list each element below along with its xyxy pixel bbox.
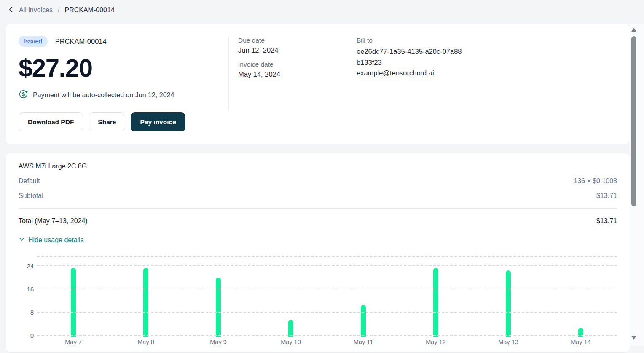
subtotal-value: $13.71	[596, 192, 617, 200]
bar-slot	[255, 256, 327, 336]
invoice-date-label: Invoice date	[238, 61, 357, 68]
subtotal-label: Subtotal	[19, 192, 43, 200]
x-tick-label: May 13	[472, 339, 545, 345]
bill-to-id: ee26dc77-1a35-4135-a20c-07a88b133f23	[357, 46, 462, 68]
breadcrumb: All invoices / PRCKAM-00014	[0, 0, 644, 20]
line-items-card: AWS M7i Large 2C 8G Default 136 × $0.100…	[6, 153, 630, 352]
subtotal-row: Subtotal $13.71	[19, 192, 617, 200]
due-date-label: Due date	[238, 37, 357, 44]
hide-usage-details-label: Hide usage details	[28, 236, 84, 244]
chevron-down-icon	[19, 236, 25, 244]
x-tick-label: May 12	[400, 339, 472, 345]
auto-collect-icon: $	[19, 89, 28, 101]
invoice-date-value: May 14, 2024	[238, 70, 357, 78]
chart-bars	[37, 256, 617, 336]
usage-bar-may-10	[288, 320, 293, 337]
x-tick-label: May 8	[110, 339, 182, 345]
breadcrumb-separator: /	[57, 6, 60, 14]
total-label: Total (May 7–13, 2024)	[19, 217, 88, 225]
x-tick-label: May 9	[182, 339, 255, 345]
gridline	[37, 265, 617, 266]
usage-bar-may-7	[71, 268, 76, 337]
download-pdf-button[interactable]: Download PDF	[19, 112, 83, 131]
bill-to-column: Bill to ee26dc77-1a35-4135-a20c-07a88b13…	[357, 37, 617, 131]
usage-bar-may-9	[216, 278, 221, 337]
auto-collect-note: Payment will be auto-collected on Jun 12…	[33, 91, 174, 99]
chart-x-axis: May 7May 8May 9May 10May 11May 12May 13M…	[37, 339, 617, 345]
bill-to-label: Bill to	[357, 37, 617, 44]
line-item-value: 136 × $0.1008	[574, 177, 617, 185]
x-tick-label: May 7	[37, 339, 110, 345]
usage-bar-may-12	[433, 268, 438, 337]
bar-slot	[472, 256, 545, 336]
usage-bar-may-11	[361, 305, 366, 337]
scrollbar-up-arrow[interactable]	[631, 28, 636, 32]
invoice-summary-left: Issued PRCKAM-00014 $27.20 $ Payment wil…	[19, 36, 228, 131]
chevron-left-icon	[8, 6, 15, 15]
chart-plot	[37, 256, 617, 336]
vertical-scrollbar[interactable]	[631, 25, 637, 342]
share-button[interactable]: Share	[89, 112, 125, 131]
x-tick-label: May 10	[255, 339, 327, 345]
bar-slot	[110, 256, 182, 336]
usage-bar-may-8	[143, 268, 148, 337]
due-date-value: Jun 12, 2024	[238, 46, 357, 54]
bar-slot	[182, 256, 255, 336]
line-item-label: Default	[19, 177, 40, 185]
total-divider	[19, 208, 617, 209]
chart-y-axis: 081624	[19, 256, 37, 336]
bar-slot	[545, 256, 617, 336]
gridline	[37, 335, 617, 336]
invoice-summary-card: Issued PRCKAM-00014 $27.20 $ Payment wil…	[6, 24, 630, 144]
breadcrumb-current-invoice: PRCKAM-00014	[64, 6, 114, 14]
bill-to-email: example@tensorchord.ai	[357, 68, 462, 79]
pay-invoice-button[interactable]: Pay invoice	[131, 112, 185, 131]
back-button[interactable]	[8, 6, 15, 15]
x-tick-label: May 14	[545, 339, 617, 345]
gridline-top	[37, 256, 617, 257]
product-name: AWS M7i Large 2C 8G	[19, 163, 617, 170]
y-tick-label: 0	[30, 332, 34, 339]
total-value: $13.71	[596, 217, 617, 225]
total-row: Total (May 7–13, 2024) $13.71	[19, 217, 617, 225]
y-tick-label: 24	[27, 263, 34, 270]
scrollbar-down-arrow[interactable]	[631, 336, 636, 340]
scrollbar-thumb[interactable]	[631, 36, 636, 206]
gridline	[37, 289, 617, 289]
usage-bar-chart: 081624	[19, 256, 617, 336]
gridline	[37, 312, 617, 313]
bar-slot	[327, 256, 400, 336]
invoice-dates-column: Due date Jun 12, 2024 Invoice date May 1…	[228, 37, 357, 111]
status-badge: Issued	[19, 36, 48, 47]
breadcrumb-all-invoices[interactable]: All invoices	[19, 6, 53, 14]
y-tick-label: 16	[27, 286, 34, 293]
x-tick-label: May 11	[327, 339, 400, 345]
bar-slot	[37, 256, 110, 336]
y-tick-label: 8	[30, 309, 34, 316]
bar-slot	[400, 256, 472, 336]
invoice-number: PRCKAM-00014	[55, 37, 107, 45]
hide-usage-details-toggle[interactable]: Hide usage details	[19, 236, 84, 244]
svg-text:$: $	[22, 91, 25, 97]
line-item-row: Default 136 × $0.1008	[19, 177, 617, 185]
main-content: Issued PRCKAM-00014 $27.20 $ Payment wil…	[6, 24, 630, 352]
invoice-amount: $27.20	[19, 53, 228, 83]
usage-bar-may-13	[506, 270, 511, 337]
